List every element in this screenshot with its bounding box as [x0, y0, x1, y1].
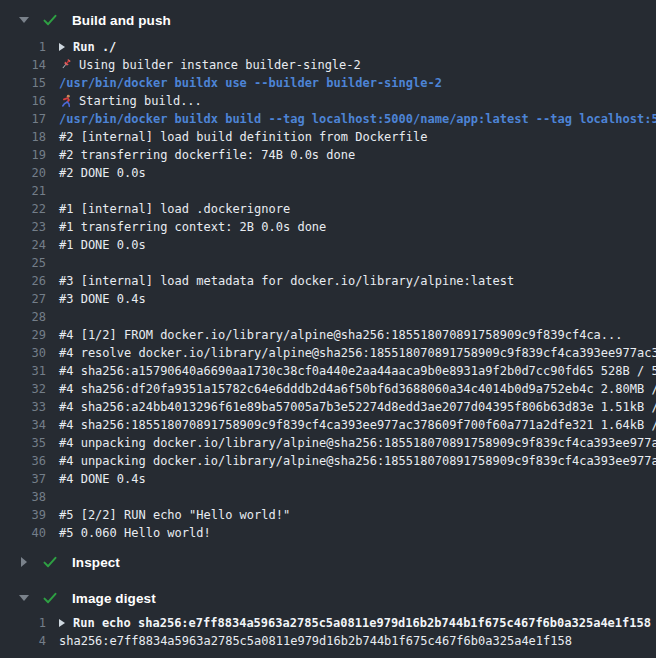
- log-line: 38: [0, 488, 656, 506]
- line-text: #4 DONE 0.4s: [59, 472, 146, 486]
- line-number[interactable]: 19: [0, 148, 48, 162]
- triangle-glyph: [19, 17, 29, 23]
- log-line: 39#5 [2/2] RUN echo "Hello world!": [0, 506, 656, 524]
- line-content: #3 [internal] load metadata for docker.i…: [48, 274, 656, 288]
- log-line: 36#4 unpacking docker.io/library/alpine@…: [0, 452, 656, 470]
- line-content: #2 DONE 0.0s: [48, 166, 656, 180]
- line-content: Starting build...: [48, 94, 656, 108]
- log-line: 24#1 DONE 0.0s: [0, 236, 656, 254]
- expand-triangle-icon[interactable]: [18, 557, 30, 567]
- log-line: 25: [0, 254, 656, 272]
- line-number[interactable]: 1: [0, 40, 48, 54]
- line-text: Run ./: [73, 40, 116, 54]
- line-text: Run echo sha256:e7ff8834a5963a2785c5a081…: [73, 616, 651, 630]
- line-content: #4 resolve docker.io/library/alpine@sha2…: [48, 346, 656, 360]
- line-number[interactable]: 1: [0, 616, 48, 630]
- line-number[interactable]: 31: [0, 364, 48, 378]
- line-text: #3 [internal] load metadata for docker.i…: [59, 274, 514, 288]
- run-expand-icon[interactable]: [59, 619, 65, 627]
- line-number[interactable]: 21: [0, 184, 48, 198]
- line-content: #1 transferring context: 2B 0.0s done: [48, 220, 656, 234]
- log-line: 27#3 DONE 0.4s: [0, 290, 656, 308]
- log-line: 14Using builder instance builder-single-…: [0, 56, 656, 74]
- section-header[interactable]: Inspect: [0, 546, 656, 578]
- success-check-icon: [41, 554, 58, 571]
- line-content: #4 sha256:a15790640a6690aa1730c38cf0a440…: [48, 364, 656, 378]
- line-number[interactable]: 39: [0, 508, 48, 522]
- line-number[interactable]: 16: [0, 94, 48, 108]
- line-number[interactable]: 32: [0, 382, 48, 396]
- line-text: /usr/bin/docker buildx build --tag local…: [59, 112, 656, 126]
- collapse-triangle-icon[interactable]: [18, 595, 30, 601]
- line-text: #4 sha256:185518070891758909c9f839cf4ca3…: [59, 418, 656, 432]
- log-line: 20#2 DONE 0.0s: [0, 164, 656, 182]
- log-line: 15/usr/bin/docker buildx use --builder b…: [0, 74, 656, 92]
- line-number[interactable]: 22: [0, 202, 48, 216]
- log-line: 19#2 transferring dockerfile: 74B 0.0s d…: [0, 146, 656, 164]
- line-content: #4 sha256:185518070891758909c9f839cf4ca3…: [48, 418, 656, 432]
- log-line: 16Starting build...: [0, 92, 656, 110]
- log-line: 21: [0, 182, 656, 200]
- line-number[interactable]: 24: [0, 238, 48, 252]
- line-number[interactable]: 4: [0, 634, 48, 648]
- line-text: #1 [internal] load .dockerignore: [59, 202, 290, 216]
- line-text: #4 sha256:df20fa9351a15782c64e6dddb2d4a6…: [59, 382, 656, 396]
- line-number[interactable]: 27: [0, 292, 48, 306]
- log-line: 32#4 sha256:df20fa9351a15782c64e6dddb2d4…: [0, 380, 656, 398]
- line-number[interactable]: 30: [0, 346, 48, 360]
- line-number[interactable]: 40: [0, 526, 48, 540]
- line-number[interactable]: 29: [0, 328, 48, 342]
- line-number[interactable]: 17: [0, 112, 48, 126]
- line-content: #4 sha256:a24bb4013296f61e89ba57005a7b3e…: [48, 400, 656, 414]
- log-line: 40#5 0.060 Hello world!: [0, 524, 656, 542]
- line-number[interactable]: 37: [0, 472, 48, 486]
- line-number[interactable]: 33: [0, 400, 48, 414]
- line-number[interactable]: 28: [0, 310, 48, 324]
- line-content: #4 [1/2] FROM docker.io/library/alpine@s…: [48, 328, 656, 342]
- log-section: Inspect: [0, 546, 656, 578]
- run-expand-icon[interactable]: [59, 43, 65, 51]
- line-number[interactable]: 36: [0, 454, 48, 468]
- log-line: 28: [0, 308, 656, 326]
- line-number[interactable]: 23: [0, 220, 48, 234]
- line-content: Using builder instance builder-single-2: [48, 58, 656, 72]
- line-content: /usr/bin/docker buildx build --tag local…: [48, 112, 656, 126]
- line-text: Using builder instance builder-single-2: [79, 58, 361, 72]
- line-text: #5 0.060 Hello world!: [59, 526, 211, 540]
- line-number[interactable]: 20: [0, 166, 48, 180]
- line-text: #4 sha256:a15790640a6690aa1730c38cf0a440…: [59, 364, 656, 378]
- line-number[interactable]: 38: [0, 490, 48, 504]
- line-text: #4 resolve docker.io/library/alpine@sha2…: [59, 346, 656, 360]
- section-header[interactable]: Build and push: [0, 2, 656, 38]
- success-check-icon: [41, 590, 58, 607]
- log-line: 1Run ./: [0, 38, 656, 56]
- log-line: 26#3 [internal] load metadata for docker…: [0, 272, 656, 290]
- log-line: 4sha256:e7ff8834a5963a2785c5a0811e979d16…: [0, 632, 656, 650]
- collapse-triangle-icon[interactable]: [18, 17, 30, 23]
- line-text: #2 transferring dockerfile: 74B 0.0s don…: [59, 148, 355, 162]
- log-line: 37#4 DONE 0.4s: [0, 470, 656, 488]
- line-content: #2 [internal] load build definition from…: [48, 130, 656, 144]
- line-number[interactable]: 15: [0, 76, 48, 90]
- line-text: #1 transferring context: 2B 0.0s done: [59, 220, 326, 234]
- line-text: #4 sha256:a24bb4013296f61e89ba57005a7b3e…: [59, 400, 656, 414]
- success-check-icon: [41, 12, 58, 29]
- line-content: Run ./: [48, 40, 656, 54]
- log-line: 29#4 [1/2] FROM docker.io/library/alpine…: [0, 326, 656, 344]
- section-header[interactable]: Image digest: [0, 582, 656, 614]
- log-line: 34#4 sha256:185518070891758909c9f839cf4c…: [0, 416, 656, 434]
- line-number[interactable]: 18: [0, 130, 48, 144]
- log-line: 33#4 sha256:a24bb4013296f61e89ba57005a7b…: [0, 398, 656, 416]
- line-text: /usr/bin/docker buildx use --builder bui…: [59, 76, 442, 90]
- line-text: sha256:e7ff8834a5963a2785c5a0811e979d16b…: [59, 634, 572, 648]
- line-number[interactable]: 26: [0, 274, 48, 288]
- line-number[interactable]: 34: [0, 418, 48, 432]
- line-number[interactable]: 35: [0, 436, 48, 450]
- line-number[interactable]: 14: [0, 58, 48, 72]
- line-number[interactable]: 25: [0, 256, 48, 270]
- line-text: Starting build...: [79, 94, 202, 108]
- log-line: 35#4 unpacking docker.io/library/alpine@…: [0, 434, 656, 452]
- line-text: #4 unpacking docker.io/library/alpine@sh…: [59, 454, 656, 468]
- section-lines: 1Run ./14Using builder instance builder-…: [0, 38, 656, 542]
- line-text: #4 unpacking docker.io/library/alpine@sh…: [59, 436, 656, 450]
